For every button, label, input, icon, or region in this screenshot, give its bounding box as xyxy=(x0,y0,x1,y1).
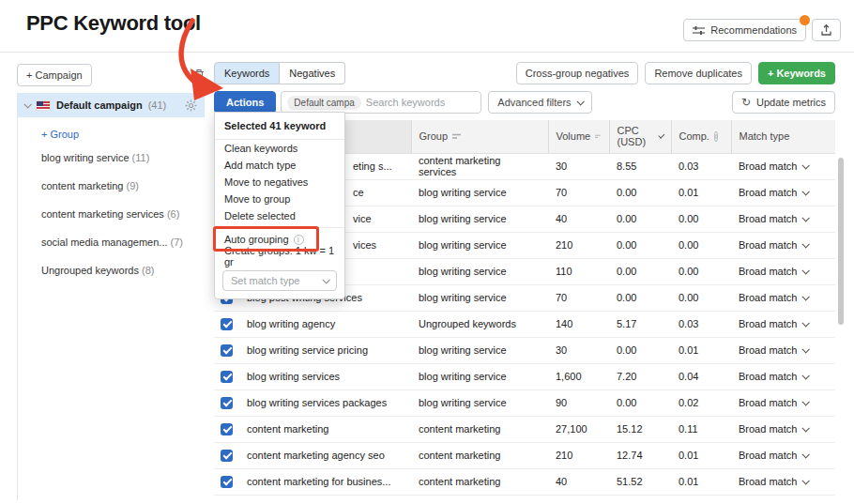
advanced-filters-button[interactable]: Advanced filters xyxy=(488,91,591,114)
chevron-down-icon xyxy=(322,276,329,283)
row-checkbox[interactable] xyxy=(221,318,233,330)
table-row: blog writing services packages blog writ… xyxy=(214,389,835,416)
actions-button[interactable]: Actions xyxy=(214,91,276,114)
match-type-dropdown[interactable]: Broad match xyxy=(739,292,828,303)
volume-cell: 70 xyxy=(548,284,609,311)
campaign-count: (41) xyxy=(148,99,167,111)
trash-icon[interactable] xyxy=(193,69,205,82)
competition-cell: 0.01 xyxy=(671,468,731,495)
export-button[interactable] xyxy=(812,19,841,41)
sort-icon xyxy=(595,133,601,140)
match-type-dropdown[interactable]: Broad match xyxy=(739,371,828,382)
row-checkbox[interactable] xyxy=(221,450,233,462)
group-cell: blog writing service xyxy=(411,232,548,258)
group-cell: blog writing service xyxy=(411,284,548,311)
row-checkbox[interactable] xyxy=(221,476,233,488)
cpc-cell: 0.00 xyxy=(609,179,671,206)
menu-item[interactable]: Move to group xyxy=(215,191,344,207)
row-checkbox[interactable] xyxy=(221,344,233,357)
cpc-cell: 15.12 xyxy=(609,416,671,442)
group-column-header[interactable]: Group xyxy=(411,120,548,153)
match-type-header-label: Match type xyxy=(740,130,790,142)
set-match-type-placeholder: Set match type xyxy=(231,275,299,286)
match-type-value: Broad match xyxy=(739,344,797,356)
match-type-dropdown[interactable]: Broad match xyxy=(739,318,828,329)
update-metrics-label: Update metrics xyxy=(756,97,826,108)
keyword-search-box[interactable]: Default campa xyxy=(281,91,481,114)
sidebar-group-item[interactable]: content marketing services (6) xyxy=(18,200,205,228)
menu-item-create-groups[interactable]: Create groups: 1 kw = 1 gr xyxy=(215,248,344,265)
search-input[interactable] xyxy=(366,97,469,108)
cpc-cell: 0.00 xyxy=(609,337,671,363)
cpc-cell: 0.00 xyxy=(609,389,671,416)
add-group-link[interactable]: + Group xyxy=(18,127,205,144)
chevron-down-icon[interactable] xyxy=(23,100,31,108)
match-type-dropdown[interactable]: Broad match xyxy=(739,423,828,435)
group-count: (9) xyxy=(127,180,139,191)
match-type-dropdown[interactable]: Broad match xyxy=(739,213,828,224)
keyword-cell: content marketing xyxy=(247,423,328,435)
campaign-sidebar: + Campaign Default campaign (41) + Group… xyxy=(17,64,205,500)
actions-dropdown-menu: Selected 41 keyword Clean keywordsAdd ma… xyxy=(214,112,345,299)
group-name: blog writing service xyxy=(41,152,130,163)
update-metrics-button[interactable]: ↻ Update metrics xyxy=(732,91,835,114)
match-type-dropdown[interactable]: Broad match xyxy=(739,344,828,356)
vertical-scrollbar[interactable] xyxy=(838,158,844,325)
competition-cell: 0.03 xyxy=(671,311,731,337)
volume-cell: 27,100 xyxy=(548,416,609,442)
group-cell: blog writing service xyxy=(411,363,548,389)
cross-group-negatives-button[interactable]: Cross-group negatives xyxy=(516,62,639,84)
match-type-dropdown[interactable]: Broad match xyxy=(739,239,828,251)
add-keywords-button[interactable]: + Keywords xyxy=(758,62,835,84)
set-match-type-select[interactable]: Set match type xyxy=(222,270,337,291)
group-cell: Ungrouped keywords xyxy=(411,311,548,337)
menu-item[interactable]: Add match type xyxy=(215,157,344,174)
search-scope-tag[interactable]: Default campa xyxy=(287,96,360,110)
match-type-value: Broad match xyxy=(739,423,797,435)
comp-column-header[interactable]: Comp. xyxy=(671,120,731,153)
cpc-cell: 51.52 xyxy=(609,468,671,495)
row-checkbox[interactable] xyxy=(221,397,233,409)
match-type-dropdown[interactable]: Broad match xyxy=(739,476,828,487)
add-campaign-button[interactable]: + Campaign xyxy=(17,64,92,86)
group-name: content marketing xyxy=(41,180,123,191)
match-type-dropdown[interactable]: Broad match xyxy=(739,397,828,408)
tab-negatives[interactable]: Negatives xyxy=(280,62,345,84)
advanced-filters-label: Advanced filters xyxy=(497,97,571,108)
volume-column-header[interactable]: Volume xyxy=(548,120,609,153)
row-checkbox[interactable] xyxy=(221,423,233,435)
match-type-dropdown[interactable]: Broad match xyxy=(739,160,828,172)
group-count: (7) xyxy=(171,237,183,248)
sidebar-group-item[interactable]: blog writing service (11) xyxy=(18,144,205,172)
group-cell: blog writing service xyxy=(411,206,548,232)
tab-keywords[interactable]: Keywords xyxy=(214,62,280,84)
volume-cell: 70 xyxy=(548,179,609,206)
row-checkbox[interactable] xyxy=(221,371,233,383)
cpc-column-header[interactable]: CPC (USD) xyxy=(609,120,671,153)
chevron-down-icon xyxy=(802,188,810,195)
competition-cell: 0.02 xyxy=(671,389,731,416)
table-row: content marketing content marketing 27,1… xyxy=(214,416,835,442)
recommendations-button[interactable]: Recommendations xyxy=(683,19,806,41)
campaign-row-default[interactable]: Default campaign (41) xyxy=(17,93,205,117)
menu-item-auto-grouping[interactable]: Auto grouping xyxy=(215,231,344,248)
sidebar-group-item[interactable]: content marketing (9) xyxy=(18,172,205,200)
competition-cell: 0.01 xyxy=(671,442,731,468)
volume-cell: 40 xyxy=(548,206,609,232)
match-type-dropdown[interactable]: Broad match xyxy=(739,266,828,277)
match-type-dropdown[interactable]: Broad match xyxy=(739,187,828,198)
sidebar-group-item[interactable]: Ungrouped keywords (8) xyxy=(18,256,205,284)
match-type-value: Broad match xyxy=(739,187,797,198)
gear-icon[interactable] xyxy=(185,99,197,112)
group-name: Ungrouped keywords xyxy=(41,265,139,276)
remove-duplicates-button[interactable]: Remove duplicates xyxy=(645,62,752,84)
match-type-dropdown[interactable]: Broad match xyxy=(739,450,828,461)
sidebar-group-item[interactable]: social media managemen... (7) xyxy=(18,228,205,256)
menu-item[interactable]: Clean keywords xyxy=(215,140,344,157)
group-count: (11) xyxy=(132,152,150,163)
chevron-down-icon xyxy=(802,477,810,484)
chevron-down-icon xyxy=(802,240,810,248)
menu-item[interactable]: Delete selected xyxy=(215,207,344,224)
menu-item[interactable]: Move to negatives xyxy=(215,174,344,191)
group-cell: content marketing xyxy=(411,468,548,495)
